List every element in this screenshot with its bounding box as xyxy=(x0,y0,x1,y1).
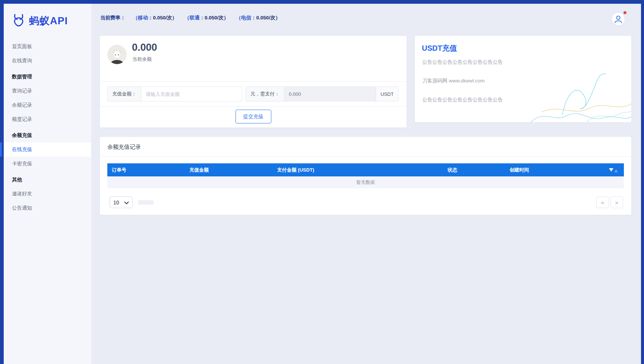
divider xyxy=(100,81,407,82)
divider xyxy=(100,156,631,157)
currency-addon: USDT xyxy=(376,87,398,101)
announcement-line: 公告公告公告公告公告公告公告公告 xyxy=(422,97,503,103)
recharge-amount-label: 充值金额： xyxy=(107,87,141,101)
column-status[interactable]: 状态 xyxy=(443,167,505,173)
announcement-line: 公告公告公告公告公告公告公告公告 xyxy=(422,59,503,66)
recharge-form: 充值金额： 元，需支付： USDT xyxy=(107,87,398,101)
empty-state: 暂无数据 xyxy=(107,176,624,188)
user-menu[interactable] xyxy=(611,12,625,26)
sidebar-section-other: 其他 xyxy=(4,173,91,187)
pagination: 10 « » xyxy=(100,197,631,208)
balance-card: 0.000 当前余额 充值金额： 元，需支付： USDT 提交充值 xyxy=(100,36,407,128)
notification-dot xyxy=(624,11,626,14)
cartoon-user-avatar xyxy=(107,45,127,64)
sidebar-item-quota-records[interactable]: 额度记录 xyxy=(4,112,91,126)
sidebar-item-online-recharge[interactable]: 在线充值 xyxy=(4,142,91,157)
sidebar-menu: 首页面板 在线查询 数据管理 查询记录 余额记录 额度记录 余额充值 在线充值 … xyxy=(4,40,91,215)
records-table: 订单号 充值金额 支付金额 (USDT) 状态 创建时间 暂无数据 xyxy=(107,163,624,188)
rate-telecom-value: 0.050/次） xyxy=(256,15,281,21)
usdt-card: USDT充值 公告公告公告公告公告公告公告公告 刀客源码网 www.dkewl.… xyxy=(415,36,631,122)
usdt-card-title: USDT充值 xyxy=(422,43,457,53)
pay-amount-value xyxy=(284,87,376,101)
filter-sort-icon[interactable] xyxy=(604,168,624,172)
rate-unicom-label: （联通： xyxy=(184,15,205,21)
current-rates: 当前费率： （移动：0.050/次） （联通：0.050/次） （电信：0.05… xyxy=(100,4,280,32)
page-size-select[interactable]: 10 xyxy=(110,197,133,208)
user-icon[interactable] xyxy=(611,12,625,26)
column-recharge-amount[interactable]: 充值金额 xyxy=(185,167,273,173)
sidebar-section-data-management: 数据管理 xyxy=(4,70,91,84)
column-created-time[interactable]: 创建时间 xyxy=(505,167,604,173)
brand-logo[interactable]: 蚂蚁API xyxy=(4,4,91,37)
pay-amount-label: 元，需支付： xyxy=(246,87,284,101)
rate-telecom: （电信：0.050/次） xyxy=(236,15,281,21)
sidebar-item-announcements[interactable]: 公告通知 xyxy=(4,201,91,215)
sort-desc-icon xyxy=(609,168,613,172)
rate-mobile-value: 0.050/次） xyxy=(153,15,177,21)
page-indicator-pill xyxy=(138,200,154,205)
divider xyxy=(100,106,407,107)
column-order-no[interactable]: 订单号 xyxy=(107,167,185,173)
topbar: 当前费率： （移动：0.050/次） （联通：0.050/次） （电信：0.05… xyxy=(91,4,641,32)
sidebar-item-card-recharge[interactable]: 卡密充值 xyxy=(4,157,91,171)
brand-name: 蚂蚁API xyxy=(29,14,68,28)
chevron-down-icon xyxy=(124,200,129,205)
prev-page-button[interactable]: « xyxy=(596,197,609,208)
rate-unicom: （联通：0.050/次） xyxy=(184,15,229,21)
table-header: 订单号 充值金额 支付金额 (USDT) 状态 创建时间 xyxy=(107,163,624,176)
submit-recharge-button[interactable]: 提交充值 xyxy=(236,110,271,123)
sidebar-item-home[interactable]: 首页面板 xyxy=(4,40,91,54)
empty-text: 暂无数据 xyxy=(356,179,375,186)
rate-mobile-label: （移动： xyxy=(133,15,153,21)
spacer xyxy=(242,87,246,101)
balance-label: 当前余额 xyxy=(132,56,152,63)
balance-amount: 0.000 xyxy=(132,42,157,53)
records-title: 余额充值记录 xyxy=(107,144,141,151)
rate-unicom-value: 0.050/次） xyxy=(205,15,229,21)
sort-asc-icon xyxy=(614,169,618,172)
decorative-waves xyxy=(531,66,631,122)
sidebar-item-balance-records[interactable]: 余额记录 xyxy=(4,98,91,112)
rate-label: 当前费率： xyxy=(100,15,126,21)
next-page-button[interactable]: » xyxy=(610,197,623,208)
main-content: 当前费率： （移动：0.050/次） （联通：0.050/次） （电信：0.05… xyxy=(91,4,641,364)
sidebar-section-balance-recharge: 余额充值 xyxy=(4,128,91,142)
page-size-value: 10 xyxy=(113,200,119,205)
sidebar-item-invite-friends[interactable]: 邀请好友 xyxy=(4,187,91,201)
column-pay-amount-usdt[interactable]: 支付金额 (USDT) xyxy=(273,167,443,173)
announcement-line: 刀客源码网 www.dkewl.com xyxy=(422,78,484,84)
records-card: 余额充值记录 订单号 充值金额 支付金额 (USDT) 状态 创建时间 暂无数据… xyxy=(100,137,631,215)
recharge-amount-input[interactable] xyxy=(141,87,242,101)
sidebar: 蚂蚁API 首页面板 在线查询 数据管理 查询记录 余额记录 额度记录 余额充值… xyxy=(4,4,91,364)
rate-mobile: （移动：0.050/次） xyxy=(133,15,177,21)
sidebar-item-query-records[interactable]: 查询记录 xyxy=(4,84,91,98)
rate-telecom-label: （电信： xyxy=(236,15,256,21)
ant-icon xyxy=(11,13,26,28)
sidebar-item-online-query[interactable]: 在线查询 xyxy=(4,54,91,68)
